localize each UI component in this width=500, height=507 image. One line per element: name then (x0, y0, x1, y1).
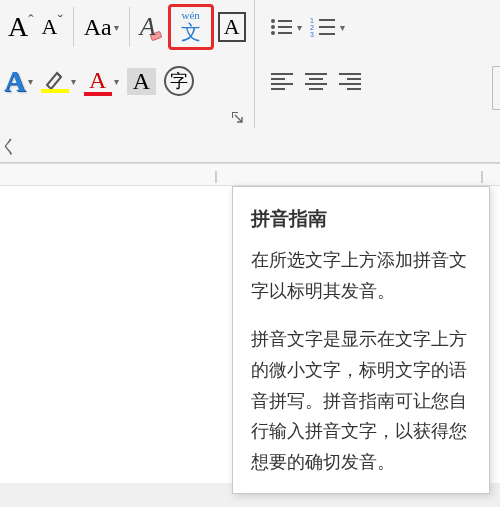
shrink-font-button[interactable]: A ˇ (38, 5, 67, 49)
align-left-icon (269, 71, 295, 91)
numbering-icon: 123 (310, 16, 338, 38)
tooltip-phonetic-guide: 拼音指南 在所选文字上方添加拼音文字以标明其发音。 拼音文字是显示在文字上方的微… (232, 186, 490, 494)
phonetic-guide-button[interactable]: wén 文 (168, 4, 214, 50)
svg-point-1 (271, 19, 275, 23)
svg-rect-18 (309, 78, 323, 80)
cut-edge (492, 66, 500, 110)
svg-rect-19 (305, 83, 327, 85)
enclose-char-button[interactable]: 字 (160, 59, 198, 103)
char-border-button[interactable]: A (214, 5, 250, 49)
chevron-down-icon: ▾ (297, 22, 302, 33)
font-group-launcher-row (0, 108, 254, 128)
highlighter-icon (43, 69, 67, 91)
svg-rect-6 (278, 32, 292, 34)
clear-format-button[interactable]: A (136, 5, 168, 49)
ribbon: A ˆ A ˇ Aa ▾ A wén (0, 0, 500, 163)
svg-rect-22 (347, 78, 361, 80)
dialog-launcher-icon[interactable] (230, 110, 244, 124)
ribbon-row-2: A ▾ ▾ A ▾ A (0, 54, 254, 108)
grow-font-icon: A (8, 11, 28, 43)
change-case-button[interactable]: Aa ▾ (80, 5, 123, 49)
highlight-button[interactable]: ▾ (37, 59, 80, 103)
bullets-button[interactable]: ▾ (265, 5, 306, 49)
font-color-button[interactable]: A ▾ (80, 59, 123, 103)
grow-font-button[interactable]: A ˆ (4, 5, 38, 49)
svg-point-3 (271, 25, 275, 29)
align-right-button[interactable] (333, 59, 367, 103)
svg-rect-17 (305, 73, 327, 75)
ribbon-row-2b (255, 54, 500, 108)
svg-rect-13 (271, 73, 293, 75)
char-shading-button[interactable]: A (123, 59, 160, 103)
align-center-icon (303, 71, 329, 91)
svg-rect-16 (271, 88, 285, 90)
ribbon-row-1b: ▾ 123 ▾ (255, 0, 500, 54)
tooltip-body-2: 拼音文字是显示在文字上方的微小文字，标明文字的语音拼写。拼音指南可让您自行输入拼… (251, 324, 471, 477)
align-left-button[interactable] (265, 59, 299, 103)
chevron-down-icon: ▾ (71, 76, 76, 87)
svg-rect-4 (278, 26, 292, 28)
svg-text:2: 2 (310, 24, 314, 31)
ribbon-row-1: A ˆ A ˇ Aa ▾ A wén (0, 0, 254, 54)
svg-rect-15 (271, 83, 293, 85)
shrink-font-icon: A (42, 14, 58, 40)
svg-rect-2 (278, 20, 292, 22)
align-center-button[interactable] (299, 59, 333, 103)
tab-strip: く (0, 128, 500, 163)
chevron-down-icon: ▾ (340, 22, 345, 33)
tooltip-title: 拼音指南 (251, 203, 471, 235)
svg-rect-24 (347, 88, 361, 90)
tooltip-body-1: 在所选文字上方添加拼音文字以标明其发音。 (251, 245, 471, 306)
svg-rect-8 (319, 19, 335, 21)
bullets-icon (269, 16, 295, 38)
svg-rect-14 (271, 78, 285, 80)
svg-rect-10 (319, 26, 335, 28)
svg-rect-21 (339, 73, 361, 75)
chevron-down-icon: ▾ (114, 22, 119, 33)
svg-point-5 (271, 31, 275, 35)
tab-mark[interactable]: く (0, 134, 34, 162)
text-effects-button[interactable]: A ▾ (0, 59, 37, 103)
align-right-icon (337, 71, 363, 91)
svg-text:1: 1 (310, 17, 314, 24)
svg-rect-20 (309, 88, 323, 90)
chevron-down-icon: ▾ (114, 76, 119, 87)
svg-rect-23 (339, 83, 361, 85)
svg-text:3: 3 (310, 31, 314, 38)
svg-rect-12 (319, 33, 335, 35)
numbering-button[interactable]: 123 ▾ (306, 5, 349, 49)
chevron-down-icon: ▾ (28, 76, 33, 87)
ruler[interactable]: ｜ ｜ (0, 164, 500, 186)
